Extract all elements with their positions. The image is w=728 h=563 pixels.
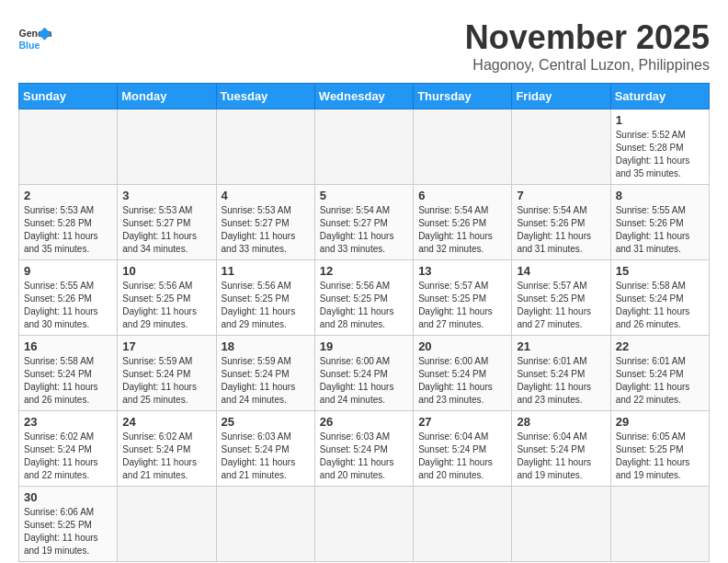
calendar-cell: 8Sunrise: 5:55 AMSunset: 5:26 PMDaylight… <box>610 185 709 260</box>
day-number: 26 <box>320 415 408 429</box>
calendar-week-row: 9Sunrise: 5:55 AMSunset: 5:26 PMDaylight… <box>19 260 710 336</box>
calendar-cell: 20Sunrise: 6:00 AMSunset: 5:24 PMDayligh… <box>414 336 512 411</box>
day-number: 16 <box>24 339 112 353</box>
calendar-cell: 17Sunrise: 5:59 AMSunset: 5:24 PMDayligh… <box>118 336 216 411</box>
calendar-cell: 4Sunrise: 5:53 AMSunset: 5:27 PMDaylight… <box>216 185 314 260</box>
day-info: Sunrise: 5:58 AMSunset: 5:24 PMDaylight:… <box>24 355 112 407</box>
svg-text:Blue: Blue <box>19 40 40 51</box>
generalblue-logo-icon: General Blue <box>18 26 51 52</box>
calendar-cell: 2Sunrise: 5:53 AMSunset: 5:28 PMDaylight… <box>19 185 118 260</box>
calendar-cell <box>216 487 314 562</box>
day-info: Sunrise: 5:59 AMSunset: 5:24 PMDaylight:… <box>222 355 310 407</box>
day-number: 20 <box>418 339 506 353</box>
day-number: 17 <box>122 339 210 353</box>
day-info: Sunrise: 6:04 AMSunset: 5:24 PMDaylight:… <box>517 431 605 482</box>
day-info: Sunrise: 6:05 AMSunset: 5:25 PMDaylight:… <box>616 431 704 482</box>
calendar-cell: 10Sunrise: 5:56 AMSunset: 5:25 PMDayligh… <box>118 260 216 336</box>
calendar-cell: 1Sunrise: 5:52 AMSunset: 5:28 PMDaylight… <box>610 109 709 185</box>
day-number: 13 <box>418 264 506 278</box>
calendar-cell: 18Sunrise: 5:59 AMSunset: 5:24 PMDayligh… <box>216 336 314 411</box>
day-number: 12 <box>320 264 408 278</box>
day-number: 2 <box>24 189 112 202</box>
day-info: Sunrise: 5:58 AMSunset: 5:24 PMDaylight:… <box>616 280 704 331</box>
calendar-week-row: 30Sunrise: 6:06 AMSunset: 5:25 PMDayligh… <box>19 487 710 562</box>
day-number: 6 <box>418 189 506 202</box>
day-number: 25 <box>222 415 310 429</box>
calendar-cell: 30Sunrise: 6:06 AMSunset: 5:25 PMDayligh… <box>19 487 118 562</box>
day-number: 28 <box>517 415 605 429</box>
calendar-cell <box>414 109 512 185</box>
day-info: Sunrise: 5:54 AMSunset: 5:26 PMDaylight:… <box>418 204 506 256</box>
day-number: 8 <box>616 189 704 202</box>
weekday-header-tuesday: Tuesday <box>216 84 314 109</box>
day-info: Sunrise: 5:59 AMSunset: 5:24 PMDaylight:… <box>122 355 210 407</box>
month-title: November 2025 <box>465 18 710 57</box>
day-number: 3 <box>122 189 210 202</box>
day-info: Sunrise: 5:55 AMSunset: 5:26 PMDaylight:… <box>616 204 704 256</box>
calendar-cell: 23Sunrise: 6:02 AMSunset: 5:24 PMDayligh… <box>19 411 118 487</box>
calendar-week-row: 1Sunrise: 5:52 AMSunset: 5:28 PMDaylight… <box>19 109 710 185</box>
day-info: Sunrise: 5:53 AMSunset: 5:28 PMDaylight:… <box>24 204 112 256</box>
day-info: Sunrise: 5:53 AMSunset: 5:27 PMDaylight:… <box>122 204 210 256</box>
logo: General Blue <box>18 26 51 52</box>
location-title: Hagonoy, Central Luzon, Philippines <box>465 57 710 74</box>
weekday-header-wednesday: Wednesday <box>314 84 413 109</box>
calendar-cell <box>118 487 216 562</box>
day-info: Sunrise: 6:03 AMSunset: 5:24 PMDaylight:… <box>222 431 310 482</box>
calendar-cell <box>216 109 314 185</box>
calendar-cell: 26Sunrise: 6:03 AMSunset: 5:24 PMDayligh… <box>314 411 413 487</box>
day-info: Sunrise: 5:56 AMSunset: 5:25 PMDaylight:… <box>222 280 310 331</box>
calendar-cell: 27Sunrise: 6:04 AMSunset: 5:24 PMDayligh… <box>414 411 512 487</box>
day-info: Sunrise: 5:54 AMSunset: 5:27 PMDaylight:… <box>320 204 408 256</box>
calendar-cell: 29Sunrise: 6:05 AMSunset: 5:25 PMDayligh… <box>610 411 709 487</box>
calendar-table: SundayMondayTuesdayWednesdayThursdayFrid… <box>18 83 710 562</box>
weekday-header-thursday: Thursday <box>414 84 512 109</box>
day-number: 9 <box>24 264 112 278</box>
day-info: Sunrise: 5:57 AMSunset: 5:25 PMDaylight:… <box>517 280 605 331</box>
day-number: 24 <box>122 415 210 429</box>
calendar-cell: 13Sunrise: 5:57 AMSunset: 5:25 PMDayligh… <box>414 260 512 336</box>
page-header: General Blue November 2025 Hagonoy, Cent… <box>18 18 710 74</box>
day-info: Sunrise: 6:03 AMSunset: 5:24 PMDaylight:… <box>320 431 408 482</box>
day-info: Sunrise: 6:00 AMSunset: 5:24 PMDaylight:… <box>418 355 506 407</box>
calendar-cell: 21Sunrise: 6:01 AMSunset: 5:24 PMDayligh… <box>512 336 610 411</box>
calendar-cell: 19Sunrise: 6:00 AMSunset: 5:24 PMDayligh… <box>314 336 413 411</box>
day-number: 21 <box>517 339 605 353</box>
calendar-week-row: 2Sunrise: 5:53 AMSunset: 5:28 PMDaylight… <box>19 185 710 260</box>
day-number: 7 <box>517 189 605 202</box>
day-number: 11 <box>222 264 310 278</box>
calendar-cell: 11Sunrise: 5:56 AMSunset: 5:25 PMDayligh… <box>216 260 314 336</box>
calendar-cell <box>314 487 413 562</box>
day-info: Sunrise: 6:01 AMSunset: 5:24 PMDaylight:… <box>616 355 704 407</box>
day-info: Sunrise: 5:57 AMSunset: 5:25 PMDaylight:… <box>418 280 506 331</box>
calendar-cell: 7Sunrise: 5:54 AMSunset: 5:26 PMDaylight… <box>512 185 610 260</box>
calendar-cell: 14Sunrise: 5:57 AMSunset: 5:25 PMDayligh… <box>512 260 610 336</box>
day-number: 19 <box>320 339 408 353</box>
calendar-cell: 16Sunrise: 5:58 AMSunset: 5:24 PMDayligh… <box>19 336 118 411</box>
day-info: Sunrise: 5:52 AMSunset: 5:28 PMDaylight:… <box>616 129 704 180</box>
calendar-cell: 15Sunrise: 5:58 AMSunset: 5:24 PMDayligh… <box>610 260 709 336</box>
calendar-cell: 12Sunrise: 5:56 AMSunset: 5:25 PMDayligh… <box>314 260 413 336</box>
day-number: 5 <box>320 189 408 202</box>
day-info: Sunrise: 5:53 AMSunset: 5:27 PMDaylight:… <box>222 204 310 256</box>
weekday-header-sunday: Sunday <box>19 84 118 109</box>
day-number: 1 <box>616 113 704 127</box>
calendar-cell: 25Sunrise: 6:03 AMSunset: 5:24 PMDayligh… <box>216 411 314 487</box>
day-number: 4 <box>222 189 310 202</box>
day-number: 22 <box>616 339 704 353</box>
calendar-cell <box>512 109 610 185</box>
day-info: Sunrise: 5:54 AMSunset: 5:26 PMDaylight:… <box>517 204 605 256</box>
day-info: Sunrise: 6:00 AMSunset: 5:24 PMDaylight:… <box>320 355 408 407</box>
calendar-cell: 9Sunrise: 5:55 AMSunset: 5:26 PMDaylight… <box>19 260 118 336</box>
weekday-header-monday: Monday <box>118 84 216 109</box>
day-info: Sunrise: 6:06 AMSunset: 5:25 PMDaylight:… <box>24 506 112 557</box>
day-number: 30 <box>24 490 112 504</box>
day-info: Sunrise: 5:56 AMSunset: 5:25 PMDaylight:… <box>320 280 408 331</box>
day-number: 10 <box>122 264 210 278</box>
day-number: 18 <box>222 339 310 353</box>
title-area: November 2025 Hagonoy, Central Luzon, Ph… <box>465 18 710 74</box>
calendar-cell: 6Sunrise: 5:54 AMSunset: 5:26 PMDaylight… <box>414 185 512 260</box>
day-info: Sunrise: 6:01 AMSunset: 5:24 PMDaylight:… <box>517 355 605 407</box>
calendar-cell <box>118 109 216 185</box>
day-info: Sunrise: 5:55 AMSunset: 5:26 PMDaylight:… <box>24 280 112 331</box>
